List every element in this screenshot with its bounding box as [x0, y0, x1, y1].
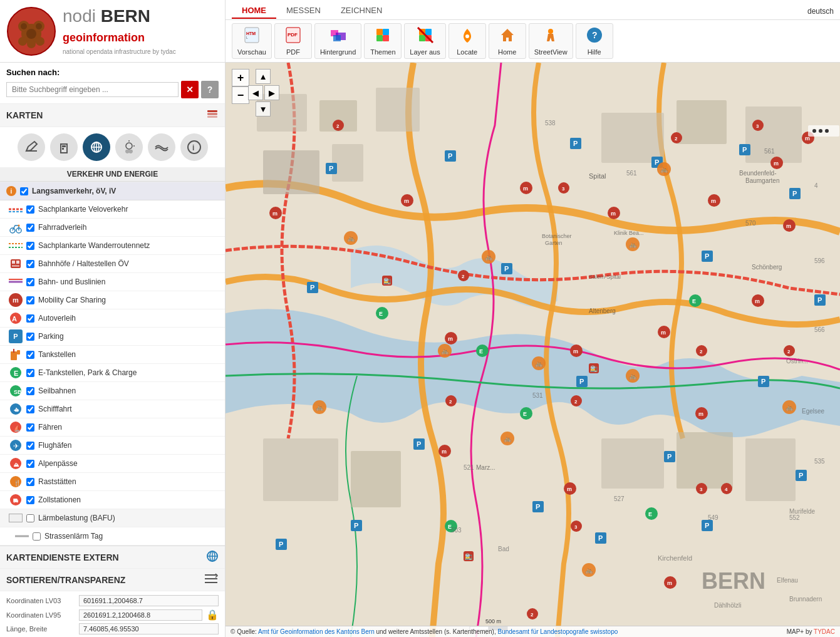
- svg-text:538: 538: [545, 120, 556, 127]
- svg-point-43: [126, 143, 132, 149]
- layer-item: ⛵ Fähren: [0, 418, 225, 437]
- logo-title: nodi BERN geoinformation: [63, 7, 176, 46]
- svg-rect-23: [425, 29, 432, 35]
- layer-parking-checkbox[interactable]: [26, 333, 34, 341]
- logo-geo: geoinformation: [63, 31, 145, 44]
- nav-left-button[interactable]: ◀: [248, 85, 263, 100]
- toolbar-home[interactable]: Home: [489, 23, 526, 59]
- svg-point-285: [812, 129, 816, 133]
- tab-messen[interactable]: MESSEN: [276, 3, 331, 19]
- layer-zollstationen-checkbox[interactable]: [26, 496, 34, 504]
- logo-bear-icon: [6, 6, 56, 56]
- layer-seilbahnen-checkbox[interactable]: [26, 387, 34, 395]
- svg-text:P: P: [792, 190, 797, 197]
- tab-home[interactable]: HOME: [232, 3, 276, 19]
- nav-area: HOME MESSEN ZEICHNEN deutsch HTML Vorsch…: [226, 0, 840, 62]
- layer-faehren-checkbox[interactable]: [26, 423, 34, 432]
- tab-zeichnen[interactable]: ZEICHNEN: [331, 3, 392, 19]
- svg-text:🚉: 🚉: [465, 552, 473, 561]
- attribution-link-swisstopo[interactable]: Bundesamt für Landestopografie swisstopo: [497, 628, 618, 635]
- layer-schifffahrt-label: Schifffahrt: [38, 405, 219, 413]
- layer-tankstellen-checkbox[interactable]: [26, 351, 34, 359]
- layer-flughafen-checkbox[interactable]: [26, 442, 34, 450]
- svg-point-28: [548, 29, 553, 34]
- layer-mobility-checkbox[interactable]: [26, 296, 34, 304]
- toolbar-hintergrund[interactable]: Hintergrund: [314, 23, 361, 59]
- svg-text:2: 2: [449, 399, 452, 405]
- karten-icon-weather[interactable]: [115, 133, 143, 161]
- tydac-link[interactable]: TYDAC: [814, 628, 835, 635]
- toolbar-locate[interactable]: Locate: [449, 23, 486, 59]
- karten-icons-row: i: [0, 127, 225, 167]
- svg-text:🚲: 🚲: [660, 165, 668, 173]
- layer-raststätten-checkbox[interactable]: [26, 478, 34, 486]
- layer-sachplan-velo-checkbox[interactable]: [26, 205, 34, 214]
- toolbar-themen[interactable]: Themen: [364, 23, 402, 59]
- toolbar-streetview[interactable]: StreetView: [529, 23, 573, 59]
- svg-text:PDF: PDF: [288, 32, 298, 38]
- svg-text:m: m: [711, 198, 716, 204]
- toolbar-home-label: Home: [498, 48, 516, 56]
- nav-up-button[interactable]: ▲: [256, 69, 271, 84]
- hilfe-icon: ?: [586, 26, 603, 47]
- sortieren-header[interactable]: SORTIEREN/TRANSPARENZ: [0, 569, 225, 591]
- karten-header[interactable]: KARTEN: [0, 104, 225, 127]
- coord-latlon-value[interactable]: [79, 623, 219, 634]
- kartendienste-header[interactable]: KARTENDIENSTE EXTERN: [0, 546, 225, 569]
- svg-text:P: P: [761, 378, 765, 385]
- zoom-out-button[interactable]: −: [232, 86, 249, 104]
- svg-text:2: 2: [675, 136, 678, 142]
- svg-text:m: m: [774, 160, 779, 167]
- logo-bern: BERN: [101, 6, 150, 26]
- svg-text:2: 2: [787, 349, 791, 355]
- layer-buslinien-checkbox[interactable]: [26, 278, 34, 286]
- layer-schifffahrt-checkbox[interactable]: [26, 405, 34, 413]
- svg-point-287: [825, 129, 829, 133]
- search-help-button[interactable]: ?: [201, 81, 219, 98]
- language-selector[interactable]: deutsch: [807, 7, 834, 16]
- svg-rect-31: [207, 110, 217, 112]
- layer-fahrrad-checkbox[interactable]: [26, 224, 34, 232]
- nav-right-button[interactable]: ▶: [264, 85, 279, 100]
- svg-text:🚲: 🚲: [629, 241, 637, 249]
- sachplan-velo-icon: [9, 202, 23, 216]
- karten-icon-building[interactable]: [50, 133, 78, 161]
- lock-icon[interactable]: 🔒: [206, 609, 219, 621]
- layer-alpenpasse-checkbox[interactable]: [26, 460, 34, 468]
- karten-icon-wave[interactable]: [148, 133, 175, 161]
- karten-icon-info[interactable]: i: [180, 133, 208, 161]
- svg-text:Ostrin...: Ostrin...: [786, 358, 808, 365]
- layer-strassen-checkbox[interactable]: [33, 532, 41, 541]
- zoom-in-button[interactable]: +: [232, 69, 249, 86]
- karten-icon-edit[interactable]: [18, 133, 45, 161]
- main-layout: Suchen nach: ✕ ? KARTEN: [0, 63, 840, 637]
- layer-autoverleih-checkbox[interactable]: [26, 314, 34, 323]
- karten-icon-map-active[interactable]: [83, 133, 110, 161]
- toolbar-vorschau[interactable]: HTML Vorschau: [232, 23, 272, 59]
- toolbar-layer-aus[interactable]: Layer aus: [404, 23, 445, 59]
- toolbar-pdf[interactable]: PDF PDF: [274, 23, 312, 59]
- layer-etankstellen-checkbox[interactable]: [26, 369, 34, 377]
- svg-text:P: P: [817, 296, 822, 304]
- coord-lv03-value[interactable]: [79, 595, 219, 606]
- strassen-icon: [15, 529, 29, 543]
- nav-down-button[interactable]: ▼: [256, 101, 271, 117]
- layer-alpenpasse-label: Alpenpässe: [38, 459, 219, 468]
- layer-wanderroute-checkbox[interactable]: [26, 242, 34, 250]
- map-area[interactable]: P P P P P P P P P P P P P P P P P P P P: [226, 63, 840, 637]
- layer-bahnhof-checkbox[interactable]: [26, 260, 34, 268]
- themen-icon: [374, 26, 391, 47]
- svg-rect-65: [13, 349, 14, 353]
- subsection-langsamverkehr-checkbox[interactable]: [20, 187, 28, 195]
- svg-text:m: m: [442, 448, 447, 455]
- layer-item: A Autoverleih: [0, 309, 225, 328]
- subsection-info-icon[interactable]: i: [6, 186, 16, 196]
- coord-lv95-value[interactable]: [79, 609, 202, 621]
- toolbar-hilfe[interactable]: ? Hilfe: [576, 23, 613, 59]
- attribution-link-kanton[interactable]: Amt für Geoinformation des Kantons Bern: [258, 628, 375, 635]
- search-input[interactable]: [6, 82, 179, 97]
- search-clear-button[interactable]: ✕: [181, 81, 199, 98]
- layer-laerm-checkbox[interactable]: [26, 514, 34, 522]
- svg-text:P: P: [667, 453, 671, 460]
- svg-text:2: 2: [574, 399, 578, 405]
